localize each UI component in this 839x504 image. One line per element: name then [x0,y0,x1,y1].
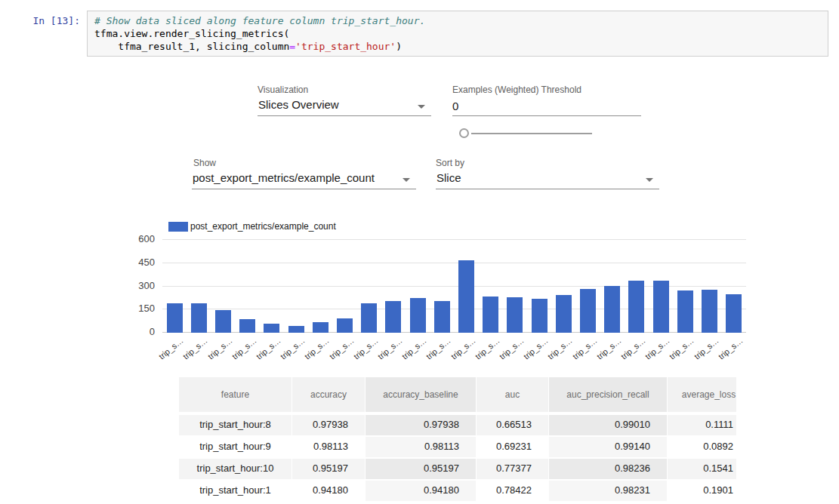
metric-cell: 0.99140 [549,437,668,459]
table-header-row: featureaccuracyaccuracy_baselineaucauc_p… [179,377,736,415]
show-select[interactable]: post_export_metrics/example_count [192,169,416,189]
show-label: Show [193,158,216,168]
dropdown-arrow-icon [403,178,410,182]
table-row: trip_start_hour:90.981130.981130.692310.… [179,437,736,459]
threshold-input[interactable] [452,96,641,116]
threshold-label: Examples (Weighted) Threshold [452,85,581,95]
y-tick-label: 0 [119,326,155,338]
feature-cell: trip_start_hour:9 [179,437,292,459]
code-cell[interactable]: # Show data sliced along feature column … [87,11,828,57]
notebook-page: In [13]: # Show data sliced along featur… [0,0,839,504]
sort-by-select[interactable]: Slice [436,169,659,189]
column-header: average_loss [668,377,736,415]
bar [410,298,426,333]
metric-cell: 0.98231 [549,481,668,502]
metric-cell: 0.1111 [668,415,736,437]
table-row: trip_start_hour:80.979380.979380.665130.… [179,415,736,437]
metric-cell: 0.97938 [366,415,477,437]
metric-cell: 0.77377 [477,459,549,481]
column-header: auc_precision_recall [549,377,668,415]
y-tick-label: 450 [119,257,155,269]
feature-cell: trip_start_hour:10 [179,459,292,481]
bar [677,290,693,333]
metric-cell: 0.66513 [477,415,549,437]
metric-cell: 0.1901 [668,481,736,502]
visualization-value: Slices Overview [258,98,339,111]
metric-cell: 0.94180 [366,481,477,502]
column-header: feature [179,377,292,415]
bar [507,297,523,333]
bar [556,295,572,333]
feature-cell: trip_start_hour:8 [179,415,292,437]
slider-thumb-icon[interactable] [459,128,469,138]
bar [628,281,644,333]
x-labels: trip_s…trip_s…trip_s…trip_s…trip_s…trip_… [162,335,746,361]
table-row: trip_start_hour:100.951970.951970.773770… [179,459,736,481]
bar [239,319,255,333]
y-tick-label: 150 [119,303,155,315]
bar [385,301,401,333]
column-header: accuracy_baseline [366,377,477,415]
bar [483,297,498,333]
metric-cell: 0.94180 [292,481,366,502]
visualization-select[interactable]: Slices Overview [258,96,431,116]
visualization-label: Visualization [258,85,308,95]
dropdown-arrow-icon [646,178,653,182]
threshold-slider[interactable] [459,128,594,140]
sort-by-value: Slice [436,171,461,184]
bar [458,260,474,333]
metric-cell: 0.98113 [366,437,477,459]
bar [167,303,183,333]
table-row: trip_start_hour:10.941800.941800.784220.… [179,481,736,502]
y-tick-label: 600 [119,233,155,245]
column-header: auc [477,377,549,415]
bar [288,326,304,333]
feature-cell: trip_start_hour:1 [179,481,292,502]
bar [313,322,329,333]
show-value: post_export_metrics/example_count [193,171,375,184]
metric-cell: 0.0892 [668,437,736,459]
cell-prompt: In [13]: [8,15,80,26]
column-header: accuracy [292,377,366,415]
bar [361,303,377,333]
metric-cell: 0.78422 [477,481,549,502]
bar [434,301,450,333]
metric-cell: 0.1541 [668,459,736,481]
bar [191,303,207,333]
bar-chart [162,239,746,333]
y-tick-label: 300 [119,280,155,292]
bar [726,294,742,333]
metric-cell: 0.95197 [366,459,477,481]
dropdown-arrow-icon [418,105,425,109]
code-lines: # Show data sliced along feature column … [94,14,821,53]
bar [604,286,620,333]
bars [162,239,746,333]
bar [532,299,548,333]
legend-label: post_export_metrics/example_count [190,221,336,232]
x-tick-label: trip_s… [157,336,185,361]
metric-cell: 0.99010 [549,415,668,437]
legend-swatch-icon [168,222,188,232]
sort-by-label: Sort by [436,158,464,168]
metric-cell: 0.98236 [549,459,668,481]
metric-cell: 0.97938 [292,415,366,437]
bar [653,281,669,333]
slider-track[interactable] [471,133,592,134]
metric-cell: 0.69231 [477,437,549,459]
metric-cell: 0.98113 [292,437,366,459]
metrics-table: featureaccuracyaccuracy_baselineaucauc_p… [179,377,736,504]
bar [264,324,279,333]
bar [580,289,596,333]
y-axis-labels: 0150300450600 [119,239,155,333]
bar [215,310,231,333]
metric-cell: 0.95197 [292,459,366,481]
bar [337,318,353,333]
bar [702,290,717,333]
